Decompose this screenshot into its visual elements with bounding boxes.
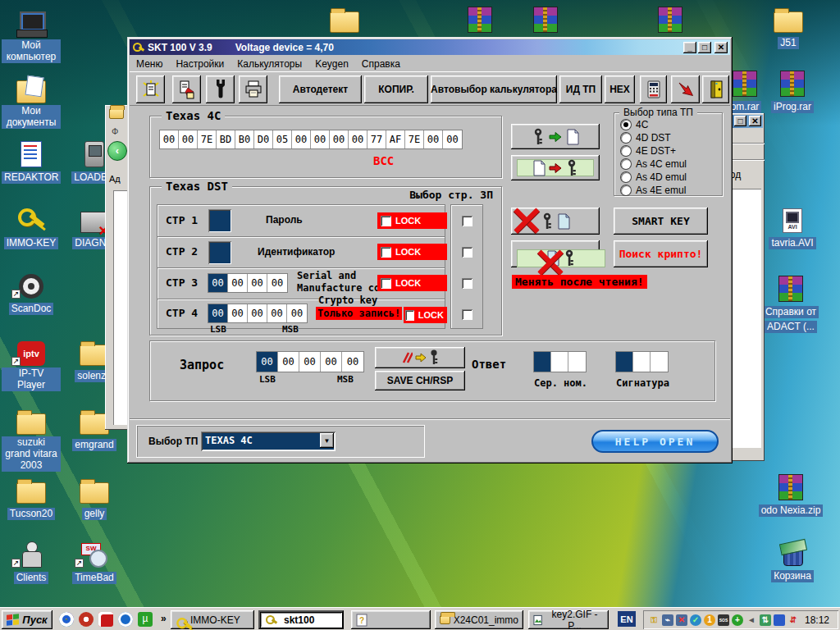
new-document-button[interactable] <box>136 75 165 103</box>
desktop-icon-odo-nexia[interactable]: odo Nexia.zip <box>755 469 827 517</box>
hex-byte[interactable]: AF <box>386 130 405 148</box>
desktop-icon-redaktor[interactable]: REDAKTOR <box>2 136 61 184</box>
tray-key-icon[interactable]: ⚿ <box>648 614 660 626</box>
send-challenge-button[interactable] <box>375 347 465 368</box>
save-tool-icon[interactable] <box>98 612 113 627</box>
hex-byte[interactable]: 00 <box>287 304 307 322</box>
hex-byte[interactable]: 7E <box>405 130 424 148</box>
chrome-icon[interactable] <box>59 612 74 627</box>
help-open-button[interactable]: HELP OPEN <box>591 430 719 453</box>
tray-network-off-icon[interactable]: ✕ <box>676 614 687 626</box>
crypto-search-button[interactable]: Поиск крипто! <box>614 240 708 267</box>
lock-checkbox[interactable] <box>381 216 391 226</box>
desktop-icon-suzuki[interactable]: suzuki grand vitara 2003 <box>2 404 61 472</box>
desktop-icon-iptv[interactable]: iptv↗ IP-TV Player <box>2 335 61 391</box>
serial-byte[interactable] <box>551 352 568 372</box>
tray-display-icon[interactable] <box>774 614 785 626</box>
hex-byte[interactable]: 00 <box>299 352 321 372</box>
hex-byte[interactable]: 00 <box>292 130 311 148</box>
task-key2-gif[interactable]: key2.GIF - P... <box>528 610 609 629</box>
page-1-lock[interactable]: LOCK <box>377 212 447 229</box>
desktop-icon-gelly[interactable]: gelly <box>65 472 124 520</box>
menu-item-calculators[interactable]: Калькуляторы <box>231 57 308 71</box>
page-2-data-cell[interactable] <box>208 241 231 264</box>
lock-checkbox[interactable] <box>381 278 391 289</box>
hex-byte[interactable]: 00 <box>179 130 198 148</box>
tray-activity-icon[interactable]: ⇵ <box>788 614 799 626</box>
smart-key-button[interactable]: SMART KEY <box>614 208 708 235</box>
explorer-menu-file[interactable]: Ф <box>112 126 118 136</box>
page-3-lock[interactable]: LOCK <box>377 275 447 291</box>
pointer-button[interactable] <box>671 75 700 103</box>
language-indicator[interactable]: EN <box>618 611 636 627</box>
hex-byte[interactable]: 00 <box>330 130 349 148</box>
minimize-button[interactable]: _ <box>683 42 696 53</box>
desktop-icon-immo-key[interactable]: IMMO-KEY <box>2 202 61 249</box>
page-1-select-checkbox[interactable] <box>462 216 472 226</box>
hex-byte[interactable]: 00 <box>248 304 267 322</box>
radio-as-4c-emul[interactable]: As 4C emul <box>621 158 687 170</box>
desktop-icon-tavria[interactable]: AVI tavria.AVI <box>763 202 822 249</box>
lock-checkbox[interactable] <box>381 247 391 258</box>
lock-checkbox[interactable] <box>405 310 414 321</box>
menu-item-settings[interactable]: Настройки <box>169 57 231 71</box>
menu-item-keygen[interactable]: Keygen <box>308 57 355 71</box>
settings-button[interactable] <box>206 75 235 103</box>
explorer-maximize-button[interactable]: □ <box>734 116 746 126</box>
hex-byte[interactable]: 00 <box>228 274 248 292</box>
page-2-lock[interactable]: LOCK <box>377 244 447 260</box>
menu-item-menu[interactable]: Меню <box>130 57 169 71</box>
tray-download-icon[interactable]: 1 <box>704 614 715 626</box>
calculator-button[interactable] <box>640 75 667 103</box>
page-4-select-checkbox[interactable] <box>462 309 472 320</box>
hex-byte[interactable]: 00 <box>160 130 179 148</box>
hex-byte[interactable]: 00 <box>248 274 267 292</box>
autoselect-calculator-button[interactable]: Автовыбор калькулятора <box>431 75 557 103</box>
autodetect-button[interactable]: Автодетект <box>279 75 362 103</box>
tray-sos-icon[interactable]: SOS <box>718 614 729 626</box>
desktop-icon-clients[interactable]: ↗ Clients <box>2 536 61 584</box>
transponder-combobox[interactable]: TEXAS 4C ▼ <box>201 431 336 451</box>
desktop-icon-my-documents[interactable]: Мои документы <box>2 72 61 129</box>
combo-dropdown-arrow[interactable]: ▼ <box>320 433 334 448</box>
task-x24c01-immo[interactable]: X24C01_immo <box>435 610 523 629</box>
hex-byte[interactable]: 77 <box>368 130 386 148</box>
hex-byte[interactable]: 00 <box>228 304 248 322</box>
hex-byte[interactable]: D0 <box>254 130 273 148</box>
titlebar[interactable]: SKT 100 V 3.9 Voltage device = 4,70 _ □ … <box>130 39 730 55</box>
id-tp-button[interactable]: ИД ТП <box>559 75 602 103</box>
start-button[interactable]: Пуск <box>2 610 52 629</box>
hex-byte[interactable]: 00 <box>267 304 287 322</box>
desktop-icon-spravki[interactable]: Справки от ADACT (... <box>758 271 824 333</box>
desktop-icon-recycle-bin[interactable]: Корзина <box>763 535 822 582</box>
hex-byte[interactable]: 00 <box>208 304 228 322</box>
utorrent-icon[interactable]: µ <box>138 612 153 627</box>
read-key-button[interactable] <box>511 124 600 149</box>
page-4-lock[interactable]: LOCK <box>404 307 447 323</box>
task-immo-key[interactable]: IMMO-KEY <box>171 610 254 629</box>
tray-network-icon[interactable]: ⌁ <box>662 614 673 626</box>
tray-antivirus-icon[interactable]: + <box>732 614 743 626</box>
hex-byte[interactable]: 00 <box>208 274 228 292</box>
tray-usb-icon[interactable]: ⇅ <box>760 614 771 626</box>
desktop-icon-scandoc[interactable]: ↗ ScanDoc <box>2 267 61 315</box>
hex-byte[interactable]: 00 <box>311 130 330 148</box>
hex-byte[interactable]: 00 <box>443 130 462 148</box>
clock[interactable]: 18:12 <box>805 614 829 626</box>
page-2-select-checkbox[interactable] <box>462 247 472 258</box>
save-ch-rsp-button[interactable]: SAVE CH/RSP <box>375 371 465 390</box>
signature-byte[interactable] <box>633 352 651 372</box>
hex-byte[interactable]: B0 <box>235 130 254 148</box>
hex-byte[interactable]: 00 <box>321 352 342 372</box>
desktop-icon-iprog[interactable]: iProg.rar <box>763 66 822 113</box>
hex-byte[interactable]: 00 <box>349 130 368 148</box>
maximize-button[interactable]: □ <box>698 42 711 53</box>
tray-update-icon[interactable]: ✓ <box>690 614 701 626</box>
task-help-window[interactable]: ? <box>351 610 431 629</box>
hex-byte[interactable]: 00 <box>267 274 287 292</box>
serial-byte[interactable] <box>534 352 551 372</box>
signature-byte[interactable] <box>616 352 633 372</box>
serial-byte[interactable] <box>568 352 586 372</box>
task-skt100[interactable]: skt100 <box>258 610 344 629</box>
teamviewer-icon[interactable] <box>118 612 133 627</box>
